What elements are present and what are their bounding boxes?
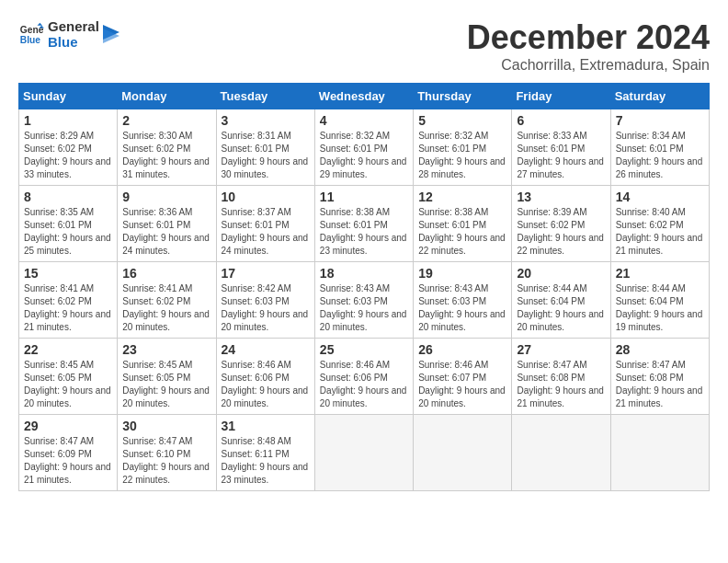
- day-info: Sunrise: 8:38 AMSunset: 6:01 PMDaylight:…: [418, 206, 506, 258]
- calendar-day-cell: 24Sunrise: 8:46 AMSunset: 6:06 PMDayligh…: [216, 339, 314, 415]
- day-info: Sunrise: 8:29 AMSunset: 6:02 PMDaylight:…: [24, 130, 112, 181]
- day-info: Sunrise: 8:41 AMSunset: 6:02 PMDaylight:…: [24, 282, 112, 334]
- calendar-day-cell: 16Sunrise: 8:41 AMSunset: 6:02 PMDayligh…: [118, 262, 216, 339]
- page-header: General Blue General Blue December 2024 …: [18, 18, 710, 74]
- calendar-week-row: 1Sunrise: 8:29 AMSunset: 6:02 PMDaylight…: [19, 109, 710, 186]
- day-info: Sunrise: 8:35 AMSunset: 6:01 PMDaylight:…: [24, 206, 112, 258]
- calendar-week-row: 8Sunrise: 8:35 AMSunset: 6:01 PMDaylight…: [19, 186, 710, 262]
- day-number: 30: [122, 419, 210, 433]
- day-number: 28: [616, 342, 704, 357]
- day-info: Sunrise: 8:33 AMSunset: 6:01 PMDaylight:…: [517, 130, 605, 181]
- day-info: Sunrise: 8:44 AMSunset: 6:04 PMDaylight:…: [517, 282, 605, 334]
- day-number: 2: [122, 113, 210, 128]
- calendar-week-row: 15Sunrise: 8:41 AMSunset: 6:02 PMDayligh…: [19, 262, 710, 339]
- day-number: 19: [418, 266, 506, 281]
- day-number: 12: [418, 190, 506, 204]
- col-tuesday: Tuesday: [216, 84, 314, 109]
- title-block: December 2024 Cachorrilla, Extremadura, …: [467, 18, 710, 74]
- calendar-day-cell: 31Sunrise: 8:48 AMSunset: 6:11 PMDayligh…: [216, 415, 314, 491]
- calendar-day-cell: 17Sunrise: 8:42 AMSunset: 6:03 PMDayligh…: [216, 262, 314, 339]
- day-number: 1: [24, 113, 112, 128]
- day-info: Sunrise: 8:34 AMSunset: 6:01 PMDaylight:…: [616, 130, 704, 181]
- day-info: Sunrise: 8:46 AMSunset: 6:07 PMDaylight:…: [418, 359, 506, 410]
- logo-icon: General Blue: [18, 21, 44, 47]
- day-number: 11: [320, 190, 408, 204]
- calendar-day-cell: 23Sunrise: 8:45 AMSunset: 6:05 PMDayligh…: [118, 339, 216, 415]
- calendar-week-row: 22Sunrise: 8:45 AMSunset: 6:05 PMDayligh…: [19, 339, 710, 415]
- day-number: 13: [517, 190, 605, 204]
- day-number: 8: [24, 190, 112, 204]
- calendar-day-cell: 5Sunrise: 8:32 AMSunset: 6:01 PMDaylight…: [414, 109, 512, 186]
- day-info: Sunrise: 8:43 AMSunset: 6:03 PMDaylight:…: [320, 282, 408, 334]
- calendar-day-cell: 14Sunrise: 8:40 AMSunset: 6:02 PMDayligh…: [610, 186, 709, 262]
- calendar-day-cell: 18Sunrise: 8:43 AMSunset: 6:03 PMDayligh…: [314, 262, 413, 339]
- day-number: 20: [517, 266, 605, 281]
- calendar-day-cell: 1Sunrise: 8:29 AMSunset: 6:02 PMDaylight…: [19, 109, 118, 186]
- col-sunday: Sunday: [19, 84, 118, 109]
- day-info: Sunrise: 8:47 AMSunset: 6:08 PMDaylight:…: [517, 359, 605, 410]
- day-number: 17: [222, 266, 310, 281]
- empty-cell: [512, 415, 610, 491]
- day-number: 18: [320, 266, 408, 281]
- day-info: Sunrise: 8:36 AMSunset: 6:01 PMDaylight:…: [122, 206, 210, 258]
- empty-cell: [314, 415, 413, 491]
- location-subtitle: Cachorrilla, Extremadura, Spain: [467, 57, 710, 74]
- day-info: Sunrise: 8:44 AMSunset: 6:04 PMDaylight:…: [616, 282, 704, 334]
- day-info: Sunrise: 8:47 AMSunset: 6:08 PMDaylight:…: [616, 359, 704, 410]
- calendar-day-cell: 3Sunrise: 8:31 AMSunset: 6:01 PMDaylight…: [216, 109, 314, 186]
- day-number: 3: [222, 113, 310, 128]
- col-wednesday: Wednesday: [314, 84, 413, 109]
- day-number: 14: [616, 190, 704, 204]
- day-info: Sunrise: 8:47 AMSunset: 6:09 PMDaylight:…: [24, 435, 112, 487]
- day-info: Sunrise: 8:46 AMSunset: 6:06 PMDaylight:…: [222, 359, 310, 410]
- col-thursday: Thursday: [414, 84, 512, 109]
- day-info: Sunrise: 8:45 AMSunset: 6:05 PMDaylight:…: [24, 359, 112, 410]
- day-info: Sunrise: 8:42 AMSunset: 6:03 PMDaylight:…: [222, 282, 310, 334]
- calendar-day-cell: 27Sunrise: 8:47 AMSunset: 6:08 PMDayligh…: [512, 339, 610, 415]
- calendar-day-cell: 30Sunrise: 8:47 AMSunset: 6:10 PMDayligh…: [118, 415, 216, 491]
- calendar-day-cell: 6Sunrise: 8:33 AMSunset: 6:01 PMDaylight…: [512, 109, 610, 186]
- day-number: 9: [122, 190, 210, 204]
- day-info: Sunrise: 8:40 AMSunset: 6:02 PMDaylight:…: [616, 206, 704, 258]
- day-number: 5: [418, 113, 506, 128]
- calendar-day-cell: 13Sunrise: 8:39 AMSunset: 6:02 PMDayligh…: [512, 186, 610, 262]
- calendar-header-row: Sunday Monday Tuesday Wednesday Thursday…: [19, 84, 710, 109]
- calendar-day-cell: 21Sunrise: 8:44 AMSunset: 6:04 PMDayligh…: [610, 262, 709, 339]
- calendar-day-cell: 15Sunrise: 8:41 AMSunset: 6:02 PMDayligh…: [19, 262, 118, 339]
- calendar-day-cell: 8Sunrise: 8:35 AMSunset: 6:01 PMDaylight…: [19, 186, 118, 262]
- day-number: 27: [517, 342, 605, 357]
- calendar-day-cell: 9Sunrise: 8:36 AMSunset: 6:01 PMDaylight…: [118, 186, 216, 262]
- logo-general: General: [48, 18, 99, 34]
- calendar-day-cell: 19Sunrise: 8:43 AMSunset: 6:03 PMDayligh…: [414, 262, 512, 339]
- month-title: December 2024: [467, 18, 710, 57]
- day-info: Sunrise: 8:41 AMSunset: 6:02 PMDaylight:…: [122, 282, 210, 334]
- col-monday: Monday: [118, 84, 216, 109]
- day-number: 16: [122, 266, 210, 281]
- day-number: 24: [222, 342, 310, 357]
- logo-arrow-icon: [103, 25, 119, 43]
- day-number: 15: [24, 266, 112, 281]
- svg-text:Blue: Blue: [20, 36, 41, 46]
- day-info: Sunrise: 8:37 AMSunset: 6:01 PMDaylight:…: [222, 206, 310, 258]
- empty-cell: [610, 415, 709, 491]
- calendar-day-cell: 26Sunrise: 8:46 AMSunset: 6:07 PMDayligh…: [414, 339, 512, 415]
- day-number: 25: [320, 342, 408, 357]
- day-number: 29: [24, 419, 112, 433]
- calendar-day-cell: 11Sunrise: 8:38 AMSunset: 6:01 PMDayligh…: [314, 186, 413, 262]
- day-info: Sunrise: 8:30 AMSunset: 6:02 PMDaylight:…: [122, 130, 210, 181]
- day-info: Sunrise: 8:43 AMSunset: 6:03 PMDaylight:…: [418, 282, 506, 334]
- logo: General Blue General Blue: [18, 18, 119, 51]
- day-info: Sunrise: 8:32 AMSunset: 6:01 PMDaylight:…: [320, 130, 408, 181]
- day-info: Sunrise: 8:31 AMSunset: 6:01 PMDaylight:…: [222, 130, 310, 181]
- day-info: Sunrise: 8:46 AMSunset: 6:06 PMDaylight:…: [320, 359, 408, 410]
- day-number: 7: [616, 113, 704, 128]
- day-info: Sunrise: 8:47 AMSunset: 6:10 PMDaylight:…: [122, 435, 210, 487]
- day-number: 26: [418, 342, 506, 357]
- day-number: 6: [517, 113, 605, 128]
- day-number: 21: [616, 266, 704, 281]
- calendar-day-cell: 2Sunrise: 8:30 AMSunset: 6:02 PMDaylight…: [118, 109, 216, 186]
- col-friday: Friday: [512, 84, 610, 109]
- day-info: Sunrise: 8:38 AMSunset: 6:01 PMDaylight:…: [320, 206, 408, 258]
- day-number: 23: [122, 342, 210, 357]
- calendar-day-cell: 12Sunrise: 8:38 AMSunset: 6:01 PMDayligh…: [414, 186, 512, 262]
